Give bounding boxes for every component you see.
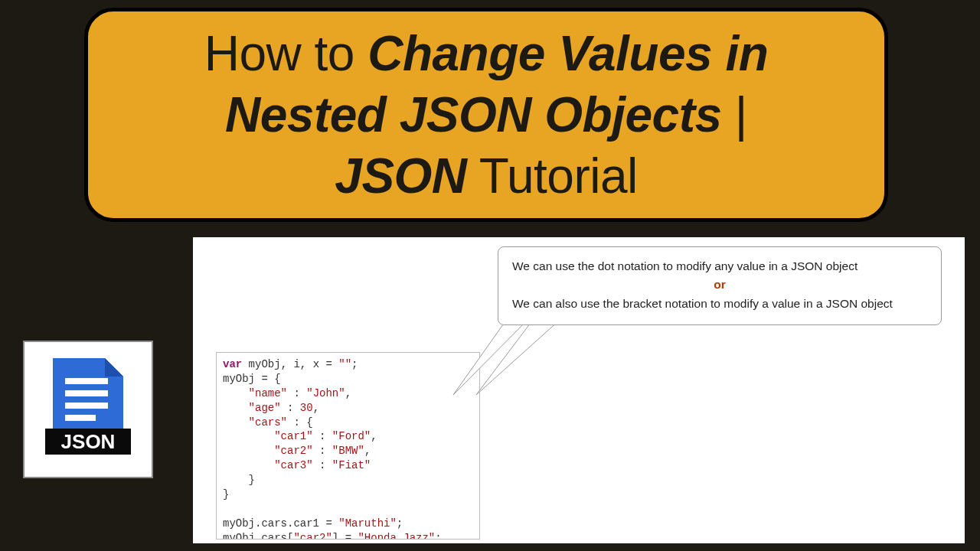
code-l03-k: "name" [249,387,287,399]
code-l11-b: "Maruthi" [338,517,397,530]
svg-rect-3 [65,415,96,421]
code-l01-end: ; [351,358,358,370]
code-l06-k: "car1" [274,430,312,442]
code-l12-a: myObj.cars[ [223,532,293,540]
code-l08-v: "Fiat" [332,459,371,471]
callout-line1: We can use the dot notation to modify an… [512,258,927,275]
json-file-icon: JSON [23,341,153,478]
code-l05-k: "cars" [249,416,287,429]
title-sep: | [722,87,747,142]
svg-text:JSON: JSON [61,430,116,453]
svg-rect-0 [65,378,108,384]
code-l03-v: "John" [306,387,345,399]
callout-bubble: We can use the dot notation to modify an… [498,246,942,325]
svg-rect-2 [65,403,108,409]
title-em3: JSON [335,148,466,204]
code-l01-rest: myObj, i, x = [242,358,338,370]
title-card: How to Change Values in Nested JSON Obje… [84,8,888,222]
code-kw-var: var [223,358,242,370]
code-l12-e: ; [435,532,441,540]
title-em1: Change Values in [368,26,768,81]
slide-panel: We can use the dot notation to modify an… [193,237,965,543]
code-l12-c: ] = [332,532,358,540]
code-l02: myObj = { [223,373,281,385]
code-l12-b: "car2" [293,532,332,540]
code-l11-c: ; [397,517,403,530]
callout-or: or [512,276,927,293]
title-prefix: How to [204,26,368,81]
title-em2: Nested JSON Objects [225,87,722,142]
title-text: How to Change Values in Nested JSON Obje… [204,23,769,207]
code-l08-k: "car3" [274,459,312,471]
code-l11-a: myObj.cars.car1 = [223,517,338,530]
code-l07-v: "BMW" [332,445,364,457]
callout-line2: We can also use the bracket notation to … [512,295,927,312]
svg-rect-1 [65,390,108,396]
code-l12-d: "Honda Jazz" [358,532,435,540]
code-l04-v: 30 [300,402,313,414]
code-l04-k: "age" [249,402,281,414]
title-suffix: Tutorial [467,148,638,204]
code-l01-str: "" [338,358,351,370]
code-l07-k: "car2" [274,445,312,457]
code-l06-v: "Ford" [332,430,371,442]
code-block: var myObj, i, x = ""; myObj = { "name" :… [216,352,480,540]
